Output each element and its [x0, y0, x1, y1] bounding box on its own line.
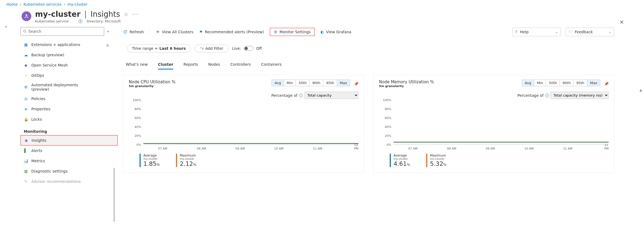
legend-maximum[interactable]: Maximum my-cluster 5.32% — [426, 154, 446, 167]
svg-point-1 — [23, 30, 26, 32]
tabs: What's new Cluster Reports Nodes Control… — [123, 55, 614, 70]
agg-max[interactable]: Max — [337, 80, 350, 86]
metrics-icon: 📊 — [24, 159, 28, 163]
live-toggle[interactable] — [244, 46, 253, 51]
monitor-settings-button[interactable]: ⚙ Monitor Settings — [270, 28, 315, 36]
breadcrumb: Home › Kubernetes services › my-cluster — [0, 0, 644, 9]
sidebar: Search « ▦ Extensions + applications ▲ ☁… — [21, 26, 118, 187]
legend-maximum[interactable]: Maximum my-cluster 2.12% — [176, 154, 196, 167]
svg-point-0 — [26, 14, 27, 16]
diagnostic-icon: ▥ — [24, 169, 28, 173]
percentage-of-label: Percentage of — [271, 93, 297, 98]
chevron-down-icon: ⌄ — [609, 30, 611, 34]
breadcrumb-kubernetes-services[interactable]: Kubernetes services — [23, 2, 62, 6]
deploy-icon: ⚙ — [24, 85, 28, 89]
agg-avg[interactable]: Avg — [272, 80, 284, 86]
cpu-chart[interactable]: 100% 80% 60% 40% 20% 0% 07 AM 08 AM — [129, 100, 358, 151]
tab-whats-new[interactable]: What's new — [126, 62, 148, 70]
avg-series-line — [394, 142, 609, 143]
sidebar-item-gitops[interactable]: ⑂ GitOps — [21, 70, 118, 81]
search-input[interactable]: Search — [21, 27, 104, 36]
sidebar-item-diagnostic[interactable]: ▥ Diagnostic settings — [21, 166, 118, 176]
card-title: Node Memory Utilization % — [379, 80, 434, 84]
agg-max[interactable]: Max — [587, 80, 600, 86]
page-subtitle: Insights — [90, 10, 120, 19]
sidebar-item-properties[interactable]: ≡ Properties — [21, 104, 118, 114]
recommended-alerts-button[interactable]: ⚑ Recommended alerts (Preview) — [199, 30, 264, 34]
view-grafana-button[interactable]: ◐ View Grafana — [321, 30, 351, 34]
add-filter-button[interactable]: ⁺▿ Add Filter — [195, 44, 228, 52]
sidebar-item-service-mesh[interactable]: ◆ Open Service Mesh — [21, 60, 118, 70]
heart-icon: ♡ — [569, 30, 572, 34]
tab-nodes[interactable]: Nodes — [208, 62, 220, 70]
legend-average[interactable]: Average my-cluster 4.61% — [390, 154, 410, 167]
properties-icon: ≡ — [24, 107, 28, 111]
tab-cluster[interactable]: Cluster — [158, 62, 173, 70]
breadcrumb-home[interactable]: Home — [6, 2, 18, 6]
directory-label: Directory: Microsoft — [87, 19, 121, 23]
sidebar-item-backup[interactable]: ☁ Backup (preview) — [21, 50, 118, 60]
close-icon[interactable]: ✕ — [619, 19, 624, 25]
pin-icon[interactable]: 📌 — [354, 82, 358, 86]
card-granularity: 5m granularity — [129, 84, 175, 88]
refresh-button[interactable]: Refresh — [123, 30, 144, 34]
grafana-icon: ◐ — [321, 30, 324, 34]
sidebar-item-advisor[interactable]: ✎ Advisor recommendations — [21, 176, 118, 187]
help-dropdown[interactable]: ?Help ⌄ — [512, 28, 561, 36]
agg-min[interactable]: Min — [534, 80, 546, 86]
main-panel: Refresh 👁 View All Clusters ⚑ Recommende… — [118, 26, 644, 187]
tab-reports[interactable]: Reports — [184, 62, 198, 70]
info-icon[interactable]: i — [299, 94, 303, 97]
agg-90th[interactable]: 90th — [560, 80, 574, 86]
feedback-dropdown[interactable]: ♡Feedback ⌄ — [566, 28, 614, 36]
view-all-clusters-button[interactable]: 👁 View All Clusters — [156, 30, 193, 34]
page-scrollbar[interactable]: ▲ — [638, 88, 643, 92]
favorite-star-icon[interactable]: ☆ — [124, 11, 128, 17]
agg-90th[interactable]: 90th — [310, 80, 323, 86]
memory-chart[interactable]: 100% 80% 60% 40% 20% 0% 07 AM 08 AM — [379, 100, 609, 151]
card-title: Node CPU Utilization % — [129, 80, 175, 84]
sidebar-item-extensions[interactable]: ▦ Extensions + applications ▲ — [21, 39, 118, 50]
capacity-select[interactable]: Total capacity (memory rss) — [551, 92, 609, 99]
gear-icon: ⚙ — [274, 30, 277, 34]
search-icon — [23, 29, 27, 33]
sidebar-item-automated-deployments[interactable]: ⚙ Automated deployments (preview) — [21, 81, 118, 94]
agg-min[interactable]: Min — [284, 80, 296, 86]
expand-nav-icon[interactable]: » — [5, 24, 7, 29]
sidebar-item-metrics[interactable]: 📊 Metrics — [21, 156, 118, 166]
agg-50th[interactable]: 50th — [296, 80, 310, 86]
scroll-up-icon[interactable]: ▲ — [638, 88, 643, 92]
agg-avg[interactable]: Avg — [522, 80, 534, 86]
agg-95th[interactable]: 95th — [574, 80, 587, 86]
backup-icon: ☁ — [24, 53, 28, 57]
collapse-sidebar-icon[interactable]: « — [107, 29, 109, 34]
chevron-right-icon: › — [20, 2, 21, 6]
agg-50th[interactable]: 50th — [546, 80, 560, 86]
breadcrumb-cluster[interactable]: my-cluster — [67, 2, 87, 6]
insights-icon: ◉ — [24, 138, 28, 143]
info-icon[interactable]: i — [79, 19, 82, 23]
page-title: my-cluster — [35, 10, 80, 19]
pin-icon[interactable]: 📌 — [604, 82, 609, 86]
sidebar-item-locks[interactable]: 🔒 Locks — [21, 114, 118, 124]
card-cpu-utilization: Node CPU Utilization % 5m granularity Av… — [123, 75, 364, 173]
sidebar-item-insights[interactable]: ◉ Insights — [21, 135, 118, 146]
info-icon[interactable]: i — [545, 94, 549, 97]
tab-containers[interactable]: Containers — [261, 62, 282, 70]
sidebar-item-policies[interactable]: ◎ Policies — [21, 94, 118, 104]
legend-average[interactable]: Average my-cluster 1.85% — [140, 154, 160, 167]
gitops-icon: ⑂ — [24, 73, 28, 78]
agg-95th[interactable]: 95th — [323, 80, 337, 86]
time-range-filter[interactable]: Time range = Last 6 hours — [127, 44, 191, 52]
percentage-of-label: Percentage of — [517, 93, 544, 98]
more-icon[interactable]: ··· — [132, 11, 138, 17]
eye-icon: 👁 — [156, 30, 160, 34]
aggregation-group: Avg Min 50th 90th 95th Max — [272, 80, 350, 86]
advisor-icon: ✎ — [24, 179, 28, 184]
live-label: Live: — [232, 46, 241, 51]
lock-icon: 🔒 — [24, 117, 28, 121]
tab-controllers[interactable]: Controllers — [230, 62, 251, 70]
sidebar-item-alerts[interactable]: ▍ Alerts — [21, 146, 118, 156]
capacity-select[interactable]: Total capacity — [304, 92, 358, 99]
sidebar-scrollbar[interactable] — [113, 168, 115, 222]
